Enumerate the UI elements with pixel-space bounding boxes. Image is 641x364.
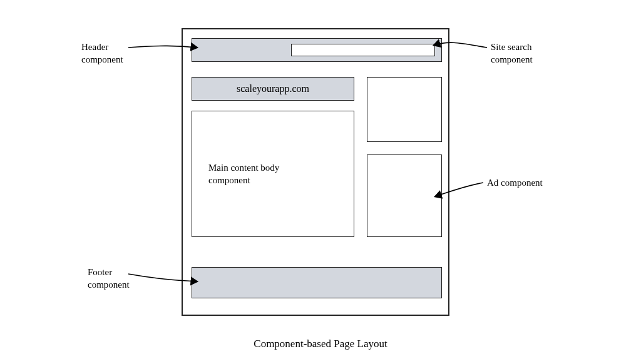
annotation-search: Site searchcomponent <box>491 41 533 66</box>
site-title-text: scaleyourapp.com <box>237 83 309 94</box>
site-search-component <box>291 44 435 56</box>
sidebar-component-top <box>367 77 442 142</box>
footer-component <box>192 267 442 298</box>
main-content-component: Main content bodycomponent <box>192 111 354 237</box>
site-title-component: scaleyourapp.com <box>192 77 354 101</box>
annotation-ad: Ad component <box>487 176 543 189</box>
diagram-caption: Component-based Page Layout <box>0 338 641 350</box>
annotation-footer: Footercomponent <box>88 266 130 291</box>
ad-component <box>367 154 442 237</box>
page-outline: scaleyourapp.com Main content bodycompon… <box>182 28 449 316</box>
annotation-header: Headercomponent <box>81 41 123 66</box>
main-content-label: Main content bodycomponent <box>208 161 279 187</box>
header-component <box>192 38 442 62</box>
